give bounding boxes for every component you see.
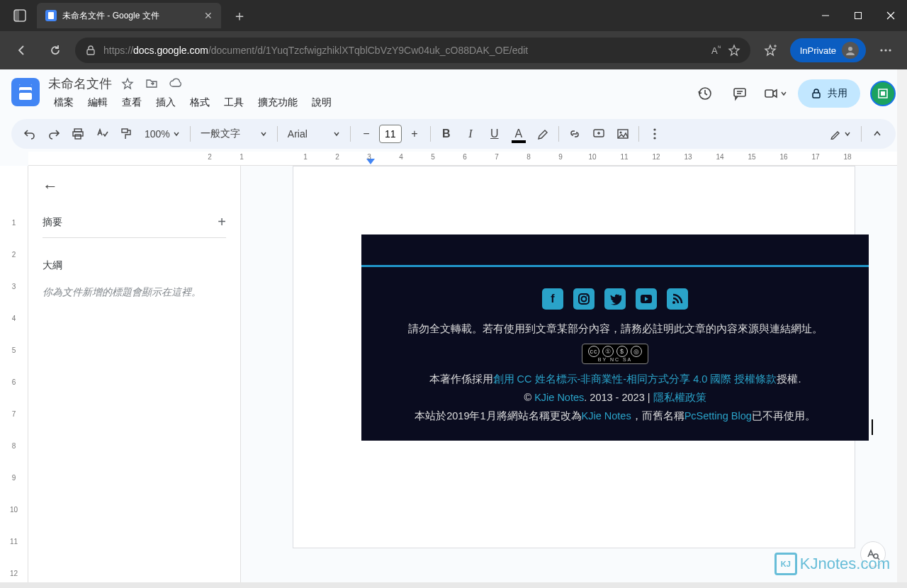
tab-strip: 未命名文件 - Google 文件 ✕ ＋ [0,0,251,31]
instagram-icon[interactable] [573,288,595,310]
text-color-button[interactable]: A [507,123,530,145]
share-button[interactable]: 共用 [798,79,860,108]
outline-collapse-button[interactable]: ← [43,177,226,196]
italic-button[interactable]: I [459,123,482,145]
inprivate-badge[interactable]: InPrivate [790,38,866,62]
social-icons-row: f [373,288,857,310]
inprivate-label: InPrivate [800,45,836,56]
meet-button[interactable] [762,81,788,106]
new-tab-button[interactable]: ＋ [228,4,251,27]
fontsize-increase[interactable]: + [403,123,426,145]
spellcheck-button[interactable] [91,123,113,145]
nav-back-button[interactable] [7,36,35,64]
browser-chrome: 未命名文件 - Google 文件 ✕ ＋ https://docs.googl… [0,0,907,69]
more-tools-button[interactable] [643,123,666,145]
collections-button[interactable] [756,36,784,64]
menu-format[interactable]: 格式 [184,94,215,112]
url-field[interactable]: https://docs.google.com/document/d/1YuqT… [75,38,750,63]
pcsetting-link[interactable]: PcSetting Blog [685,410,752,422]
close-window-button[interactable] [874,0,907,31]
highlight-button[interactable] [531,123,554,145]
twitter-icon[interactable] [604,288,626,310]
docs-app: 未命名文件 檔案 編輯 查看 插入 格式 工具 擴充功能 說明 共 [0,69,907,588]
menu-insert[interactable]: 插入 [150,94,181,112]
cc-license-badge[interactable]: cc①$◎ BY NC SA [582,344,648,364]
summary-label: 摘要 [43,216,62,229]
menu-view[interactable]: 查看 [116,94,147,112]
collapse-toolbar-button[interactable] [866,123,889,145]
svg-point-12 [889,49,891,51]
account-avatar[interactable] [870,81,896,106]
tab-title: 未命名文件 - Google 文件 [62,10,198,22]
paint-format-button[interactable] [115,123,137,145]
insert-image-button[interactable] [612,123,634,145]
cc-license-link[interactable]: 創用 CC 姓名標示-非商業性-相同方式分享 4.0 國際 授權條款 [493,373,777,385]
footer-license-line: 本著作係採用創用 CC 姓名標示-非商業性-相同方式分享 4.0 國際 授權條款… [373,370,857,388]
scrollbar-horizontal[interactable] [0,582,907,588]
kjie-link[interactable]: KJie Notes [582,410,631,422]
ruler-horizontal[interactable]: 21123456789101112131415161718 [28,152,907,166]
underline-button[interactable]: U [483,123,506,145]
style-dropdown[interactable]: 一般文字 [195,123,273,145]
comments-button[interactable] [727,81,753,106]
site-name-link[interactable]: KJie Notes [534,392,584,403]
undo-button[interactable] [18,123,41,145]
menu-file[interactable]: 檔案 [48,94,79,112]
menu-extensions[interactable]: 擴充功能 [252,94,303,112]
menu-help[interactable]: 說明 [306,94,337,112]
svg-rect-17 [765,90,773,97]
fontsize-decrease[interactable]: − [355,123,378,145]
history-button[interactable] [692,81,717,106]
document-canvas[interactable]: f 請勿全文轉載。若有使用到文章某部分內容，請務必註明此文章的內容來源與連結網址… [241,166,907,588]
browser-tab-active[interactable]: 未命名文件 - Google 文件 ✕ [37,3,221,28]
font-dropdown[interactable]: Arial [282,123,346,145]
privacy-link[interactable]: 隱私權政策 [653,392,706,403]
url-text: https://docs.google.com/document/d/1YuqT… [103,45,704,56]
address-bar: https://docs.google.com/document/d/1YuqT… [0,31,907,69]
favorite-icon[interactable] [728,44,740,57]
insert-comment-button[interactable] [587,123,610,145]
rss-icon[interactable] [667,288,688,310]
summary-add-button[interactable]: + [218,214,226,230]
toolbar: 100% 一般文字 Arial − + B I U A [11,119,896,149]
menu-tools[interactable]: 工具 [218,94,249,112]
star-button[interactable] [119,75,136,92]
cloud-status-icon[interactable] [167,75,184,92]
menu-edit[interactable]: 編輯 [82,94,113,112]
header-actions: 共用 [692,79,896,108]
tab-close-button[interactable]: ✕ [204,10,213,21]
share-label: 共用 [828,87,847,100]
youtube-icon[interactable] [636,288,657,310]
pasted-content-block: f 請勿全文轉載。若有使用到文章某部分內容，請務必註明此文章的內容來源與連結網址… [361,234,869,441]
outline-panel: ← 摘要 + 大綱 你為文件新增的標題會顯示在這裡。 [28,166,241,588]
print-button[interactable] [67,123,89,145]
svg-rect-24 [122,129,128,132]
docs-logo-icon[interactable] [11,78,40,106]
zoom-dropdown[interactable]: 100% [139,123,186,145]
ruler-vertical[interactable]: 21123456789101112 [0,166,28,588]
bold-button[interactable]: B [435,123,458,145]
explore-button[interactable] [860,541,886,567]
svg-rect-18 [813,93,820,98]
window-controls [809,0,907,31]
outline-placeholder: 你為文件新增的標題會顯示在這裡。 [43,286,226,299]
fontsize-input[interactable] [379,125,402,143]
reading-mode-icon[interactable]: Aᴺ [711,45,721,56]
scrollbar-vertical[interactable] [897,69,907,582]
editing-mode-dropdown[interactable] [824,123,857,145]
doc-title[interactable]: 未命名文件 [48,75,112,92]
browser-menu-button[interactable] [872,36,900,64]
footer-line-1: 請勿全文轉載。若有使用到文章某部分內容，請務必註明此文章的內容來源與連結網址。 [373,320,857,338]
svg-point-34 [582,297,587,302]
insert-link-button[interactable] [563,123,586,145]
redo-button[interactable] [43,123,65,145]
nav-refresh-button[interactable] [41,36,69,64]
facebook-icon[interactable]: f [542,288,563,310]
svg-point-32 [653,137,655,139]
maximize-button[interactable] [842,0,874,31]
move-button[interactable] [143,75,160,92]
svg-point-10 [880,49,882,51]
minimize-button[interactable] [809,0,842,31]
document-page[interactable]: f 請勿全文轉載。若有使用到文章某部分內容，請務必註明此文章的內容來源與連結網址… [293,166,855,548]
tab-overview-icon[interactable] [6,0,34,31]
